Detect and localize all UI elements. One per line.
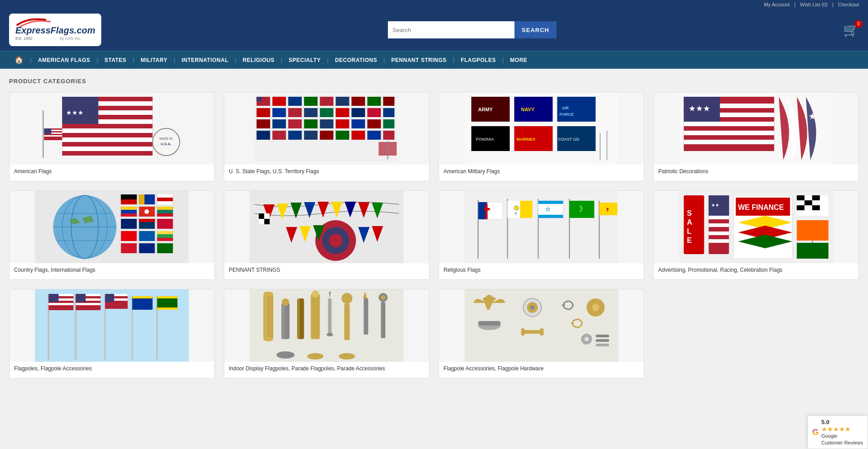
svg-rect-15 [44, 135, 62, 137]
svg-rect-236 [344, 304, 350, 340]
nav-specialty[interactable]: SPECIALTY [283, 52, 326, 68]
product-label-state-flags: U. S. State Flags, U.S. Territory Flags [224, 165, 429, 181]
svg-rect-121 [157, 243, 173, 253]
svg-rect-188 [805, 200, 812, 205]
svg-rect-120 [139, 243, 155, 253]
product-label-pennant: PENNANT STRINGS [224, 263, 429, 279]
svg-rect-241 [381, 302, 386, 338]
section-title: PRODUCT CATEGORIES [9, 78, 859, 85]
svg-text:Est. 1992: Est. 1992 [15, 36, 33, 41]
svg-text:★★★: ★★★ [66, 109, 84, 116]
svg-rect-9 [62, 147, 153, 151]
product-card-flagpole-hardware[interactable]: Flagpole Accessories, Flagpole Hardware [439, 289, 644, 378]
svg-rect-41 [257, 119, 270, 128]
product-image-flagpole-hardware [439, 289, 644, 362]
svg-rect-51 [273, 131, 286, 140]
svg-rect-53 [304, 131, 318, 140]
svg-point-240 [381, 295, 386, 300]
svg-rect-37 [336, 108, 349, 117]
nav-pennant-strings[interactable]: PENNANT STRINGS [386, 52, 452, 68]
svg-rect-101 [157, 201, 173, 204]
svg-rect-81 [684, 122, 774, 126]
svg-rect-47 [352, 119, 365, 128]
svg-rect-176 [709, 223, 729, 227]
svg-point-106 [145, 209, 149, 214]
nav-international[interactable]: INTERNATIONAL [176, 52, 234, 68]
svg-rect-28 [336, 97, 349, 106]
svg-rect-26 [304, 97, 318, 106]
svg-rect-40 [383, 108, 395, 117]
product-card-state-flags[interactable]: U. S. State Flags, U.S. Territory Flags [224, 92, 429, 181]
svg-rect-222 [265, 294, 267, 339]
svg-rect-132 [259, 213, 264, 219]
product-image-patriotic: ★★★ ★ [654, 92, 859, 165]
product-card-pennant[interactable]: PENNANT STRINGS [224, 190, 429, 280]
product-label-flagpoles: Flagpoles, Flagpole Accessories [9, 362, 214, 378]
nav-states[interactable]: STATES [99, 52, 132, 68]
svg-rect-25 [288, 97, 302, 106]
product-card-american-flags[interactable]: ★★★ MADE IN U.S.A. American Flags [9, 92, 215, 181]
svg-rect-149 [484, 208, 490, 210]
svg-rect-55 [336, 131, 349, 140]
svg-rect-248 [478, 321, 501, 326]
svg-text:S: S [687, 209, 692, 217]
logo-svg: ExpressFlags.com Est. 1992 by AAG Inc. [14, 16, 96, 43]
product-image-international [9, 191, 214, 263]
cart-area[interactable]: 🛒 0 [843, 23, 859, 38]
svg-rect-104 [121, 213, 137, 217]
main-nav: 🏠 | AMERICAN FLAGS | STATES | MILITARY |… [0, 51, 868, 69]
svg-point-153 [514, 206, 519, 210]
search-input[interactable] [388, 21, 514, 38]
nav-home[interactable]: 🏠 [9, 51, 29, 69]
product-label-advertising: Advertising, Promotional, Racing, Celebr… [654, 263, 859, 279]
svg-point-244 [339, 353, 355, 359]
product-card-advertising[interactable]: S A L E ★★ WE FINANCE [653, 190, 859, 280]
svg-rect-261 [596, 335, 609, 337]
svg-rect-262 [596, 339, 609, 342]
nav-religious[interactable]: RELIGIOUS [237, 52, 280, 68]
svg-rect-16 [44, 128, 52, 134]
logo-area[interactable]: ExpressFlags.com Est. 1992 by AAG Inc. [9, 14, 101, 46]
svg-point-224 [264, 337, 274, 341]
svg-text:MADE IN: MADE IN [160, 137, 173, 140]
search-button[interactable]: SEARCH [514, 21, 557, 38]
svg-text:E: E [687, 236, 692, 244]
product-image-military-flags: ARMY NAVY AIR FORCE POW/MIA MARINES [439, 92, 644, 165]
nav-more[interactable]: MORE [505, 52, 533, 68]
svg-rect-7 [62, 128, 153, 133]
svg-rect-134 [259, 219, 264, 224]
svg-text:ExpressFlags.com: ExpressFlags.com [15, 25, 95, 35]
nav-decorations[interactable]: DECORATIONS [330, 52, 382, 68]
svg-rect-96 [121, 199, 137, 204]
svg-rect-225 [282, 303, 290, 339]
svg-rect-82 [684, 131, 774, 135]
svg-text:NAVY: NAVY [521, 107, 535, 112]
svg-text:✡: ✡ [545, 206, 551, 213]
checkout-link[interactable]: Checkout [838, 2, 859, 7]
product-card-patriotic[interactable]: ★★★ ★ Patriotic Decorations [653, 92, 859, 181]
product-card-religious[interactable]: ✝ ✡ ☽ ✝ Religious Flags [439, 190, 644, 280]
product-label-military-flags: American Military Flags [439, 165, 644, 181]
svg-point-231 [312, 290, 319, 298]
svg-rect-110 [121, 219, 137, 229]
svg-point-251 [530, 305, 535, 310]
product-card-international[interactable]: Country Flags, International Flags [9, 190, 215, 280]
svg-rect-44 [304, 119, 318, 128]
svg-rect-201 [49, 294, 59, 302]
wish-list-link[interactable]: Wish List (0) [800, 2, 828, 7]
svg-rect-50 [257, 131, 270, 140]
svg-rect-39 [368, 108, 381, 117]
cart-badge: 0 [854, 20, 863, 28]
nav-military[interactable]: MILITARY [135, 52, 173, 68]
svg-text:POW/MIA: POW/MIA [476, 137, 494, 142]
product-card-military-flags[interactable]: ARMY NAVY AIR FORCE POW/MIA MARINES [439, 92, 644, 181]
product-card-flagpoles[interactable]: Flagpoles, Flagpole Accessories [9, 289, 215, 378]
product-card-indoor-flagpoles[interactable]: Indoor Display Flagpoles, Parade Flagpol… [224, 289, 429, 378]
nav-flagpoles[interactable]: FLAGPOLES [455, 52, 501, 68]
nav-american-flags[interactable]: AMERICAN FLAGS [33, 52, 96, 68]
svg-rect-45 [320, 119, 334, 128]
svg-rect-27 [320, 97, 334, 106]
my-account-link[interactable]: My Account [764, 2, 790, 7]
svg-text:AIR: AIR [562, 106, 569, 110]
svg-rect-56 [352, 131, 365, 140]
